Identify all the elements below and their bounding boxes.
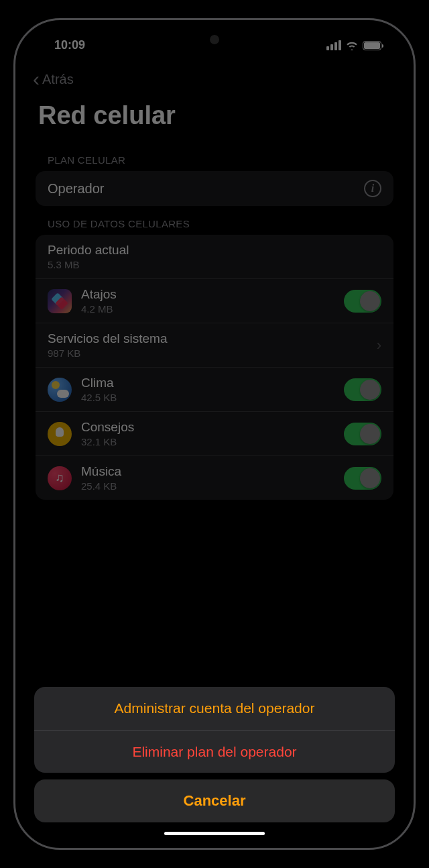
app-usage: 32.1 KB bbox=[81, 436, 334, 447]
status-indicators bbox=[326, 40, 381, 50]
toggle-consejos[interactable] bbox=[344, 423, 381, 445]
section-header-plan: PLAN CELULAR bbox=[36, 142, 393, 171]
action-sheet-group: Administrar cuenta del operador Eliminar… bbox=[34, 687, 395, 773]
app-usage: 25.4 KB bbox=[81, 480, 334, 492]
toggle-atajos[interactable] bbox=[344, 290, 381, 313]
carrier-row[interactable]: Operador i bbox=[36, 171, 393, 206]
volume-down bbox=[13, 252, 15, 299]
chevron-right-icon: › bbox=[377, 337, 381, 354]
back-label: Atrás bbox=[42, 72, 74, 87]
front-camera bbox=[210, 35, 219, 44]
cellular-signal-icon bbox=[326, 40, 341, 50]
app-name: Música bbox=[81, 464, 334, 479]
battery-icon bbox=[363, 41, 381, 50]
app-row-consejos: Consejos 32.1 KB bbox=[36, 411, 393, 455]
carrier-label: Operador bbox=[48, 181, 355, 197]
screen: 10:09 ‹ Atrás Red celular PLAN CELULAR bbox=[22, 27, 407, 841]
current-period-row[interactable]: Periodo actual 5.3 MB bbox=[36, 235, 393, 278]
home-indicator[interactable] bbox=[164, 832, 265, 835]
section-header-usage: USO DE DATOS CELULARES bbox=[36, 206, 393, 235]
action-sheet: Administrar cuenta del operador Eliminar… bbox=[34, 687, 395, 822]
app-usage: 4.2 MB bbox=[81, 303, 334, 315]
weather-app-icon bbox=[48, 378, 72, 402]
system-services-row[interactable]: Servicios del sistema 987 KB › bbox=[36, 323, 393, 367]
page-title: Red celular bbox=[22, 97, 407, 142]
volume-up bbox=[13, 195, 15, 241]
nav-back[interactable]: ‹ Atrás bbox=[22, 64, 407, 97]
manage-carrier-account-button[interactable]: Administrar cuenta del operador bbox=[34, 687, 395, 730]
cancel-button[interactable]: Cancelar bbox=[34, 779, 395, 822]
info-icon[interactable]: i bbox=[364, 180, 381, 197]
shortcuts-app-icon bbox=[48, 289, 72, 313]
phone-frame: 10:09 ‹ Atrás Red celular PLAN CELULAR bbox=[13, 18, 416, 850]
remove-carrier-plan-button[interactable]: Eliminar plan del operador bbox=[34, 730, 395, 773]
usage-card: Periodo actual 5.3 MB Atajos 4.2 MB Serv… bbox=[36, 235, 393, 500]
app-name: Clima bbox=[81, 376, 334, 390]
power-button bbox=[414, 215, 416, 288]
app-row-musica: ♫ Música 25.4 KB bbox=[36, 455, 393, 500]
tips-app-icon bbox=[48, 422, 72, 446]
status-bar: 10:09 bbox=[22, 27, 407, 64]
toggle-clima[interactable] bbox=[344, 378, 381, 401]
app-row-atajos: Atajos 4.2 MB bbox=[36, 278, 393, 323]
mute-switch bbox=[13, 151, 15, 174]
system-services-value: 987 KB bbox=[48, 347, 367, 359]
wifi-icon bbox=[345, 40, 359, 50]
chevron-left-icon: ‹ bbox=[33, 69, 40, 89]
system-services-label: Servicios del sistema bbox=[48, 331, 367, 346]
app-usage: 42.5 KB bbox=[81, 392, 334, 403]
current-period-label: Periodo actual bbox=[48, 243, 381, 258]
carrier-card: Operador i bbox=[36, 171, 393, 206]
app-name: Atajos bbox=[81, 287, 334, 302]
music-app-icon: ♫ bbox=[48, 466, 72, 490]
status-time: 10:09 bbox=[54, 38, 85, 52]
app-row-clima: Clima 42.5 KB bbox=[36, 367, 393, 411]
app-name: Consejos bbox=[81, 420, 334, 435]
toggle-musica[interactable] bbox=[344, 467, 381, 490]
current-period-value: 5.3 MB bbox=[48, 259, 381, 270]
